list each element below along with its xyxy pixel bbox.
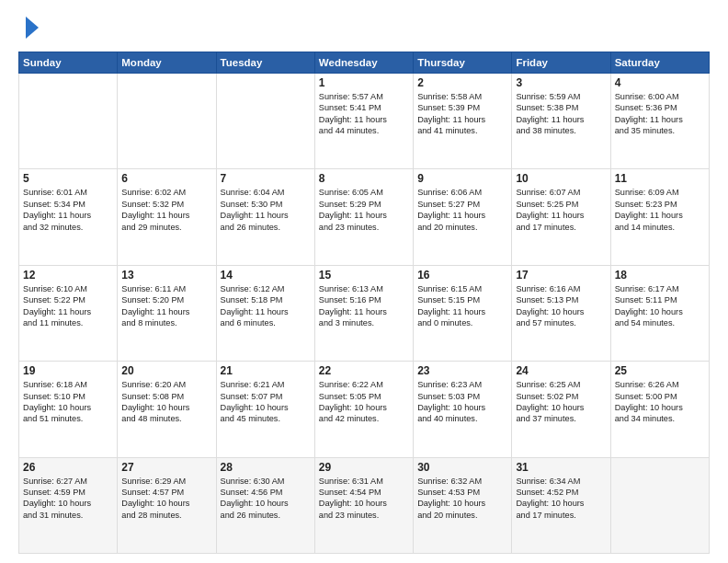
day-info-line: Sunset: 5:15 PM	[417, 295, 480, 304]
day-info-line: Sunset: 4:56 PM	[221, 488, 283, 497]
day-info-line: Sunrise: 6:00 AM	[615, 92, 679, 101]
day-info-line: Sunrise: 5:59 AM	[516, 92, 580, 101]
calendar-cell: 24Sunrise: 6:25 AMSunset: 5:02 PMDayligh…	[512, 362, 610, 457]
day-info-line: and 34 minutes.	[615, 414, 675, 423]
day-number: 10	[516, 172, 606, 185]
day-info-line: and 11 minutes.	[23, 318, 83, 327]
day-info: Sunrise: 6:01 AMSunset: 5:34 PMDaylight:…	[23, 187, 113, 233]
page: SundayMondayTuesdayWednesdayThursdayFrid…	[0, 0, 728, 563]
day-info: Sunrise: 6:13 AMSunset: 5:16 PMDaylight:…	[319, 283, 409, 329]
day-info-line: and 40 minutes.	[417, 414, 477, 423]
day-info-line: Sunrise: 6:29 AM	[121, 477, 186, 486]
day-info-line: Sunrise: 6:16 AM	[516, 284, 580, 293]
day-info-line: Sunset: 5:38 PM	[516, 103, 578, 112]
day-info-line: Sunset: 5:41 PM	[319, 103, 381, 112]
logo	[18, 15, 42, 44]
day-info: Sunrise: 6:09 AMSunset: 5:23 PMDaylight:…	[615, 187, 705, 233]
day-info: Sunrise: 6:18 AMSunset: 5:10 PMDaylight:…	[23, 379, 113, 425]
day-info: Sunrise: 5:57 AMSunset: 5:41 PMDaylight:…	[319, 91, 409, 137]
calendar-cell: 15Sunrise: 6:13 AMSunset: 5:16 PMDayligh…	[314, 265, 413, 361]
calendar-cell: 22Sunrise: 6:22 AMSunset: 5:05 PMDayligh…	[314, 362, 413, 457]
day-info-line: Sunrise: 6:18 AM	[23, 380, 87, 389]
day-info-line: Daylight: 10 hours	[516, 403, 584, 412]
col-header-wednesday: Wednesday	[314, 52, 413, 74]
day-info-line: Sunrise: 6:06 AM	[417, 188, 482, 197]
day-number: 24	[516, 364, 606, 377]
day-info-line: Daylight: 10 hours	[516, 499, 584, 508]
day-info-line: Sunset: 5:16 PM	[319, 295, 381, 304]
day-number: 25	[615, 364, 705, 377]
day-info-line: Daylight: 10 hours	[121, 499, 189, 508]
day-info-line: Daylight: 11 hours	[319, 115, 387, 124]
col-header-thursday: Thursday	[414, 52, 512, 74]
day-info-line: Sunset: 4:52 PM	[516, 488, 578, 497]
day-number: 13	[121, 269, 211, 282]
day-info: Sunrise: 6:29 AMSunset: 4:57 PMDaylight:…	[121, 476, 211, 522]
day-info-line: Daylight: 11 hours	[615, 115, 683, 124]
day-info-line: and 17 minutes.	[516, 511, 575, 520]
day-info-line: Sunrise: 6:09 AM	[615, 188, 679, 197]
calendar-week-1: 1Sunrise: 5:57 AMSunset: 5:41 PMDaylight…	[19, 74, 710, 169]
day-info-line: Daylight: 10 hours	[615, 403, 683, 412]
day-info-line: Sunrise: 6:12 AM	[221, 284, 285, 293]
day-info-line: and 0 minutes.	[417, 318, 472, 327]
day-number: 20	[121, 364, 211, 377]
day-info: Sunrise: 6:34 AMSunset: 4:52 PMDaylight:…	[516, 476, 606, 522]
day-info-line: Daylight: 11 hours	[23, 211, 91, 220]
day-info-line: and 44 minutes.	[319, 126, 379, 135]
day-info-line: and 42 minutes.	[319, 414, 379, 423]
day-number: 30	[417, 461, 507, 474]
calendar-cell: 23Sunrise: 6:23 AMSunset: 5:03 PMDayligh…	[414, 362, 512, 457]
day-info-line: Daylight: 11 hours	[319, 211, 387, 220]
calendar-cell: 2Sunrise: 5:58 AMSunset: 5:39 PMDaylight…	[414, 74, 512, 169]
day-info-line: Sunset: 4:54 PM	[319, 488, 381, 497]
day-number: 31	[516, 461, 606, 474]
day-info: Sunrise: 6:22 AMSunset: 5:05 PMDaylight:…	[319, 379, 409, 425]
day-info-line: Sunset: 5:03 PM	[417, 392, 480, 401]
day-info-line: Sunrise: 6:10 AM	[23, 284, 87, 293]
day-info-line: Sunrise: 5:58 AM	[417, 92, 482, 101]
day-info: Sunrise: 6:04 AMSunset: 5:30 PMDaylight:…	[221, 187, 311, 233]
day-number: 18	[615, 269, 705, 282]
day-number: 14	[221, 269, 311, 282]
day-info-line: Sunrise: 6:20 AM	[121, 380, 186, 389]
calendar-cell: 4Sunrise: 6:00 AMSunset: 5:36 PMDaylight…	[610, 74, 709, 169]
calendar-week-5: 26Sunrise: 6:27 AMSunset: 4:59 PMDayligh…	[19, 457, 710, 553]
day-info-line: Daylight: 10 hours	[121, 403, 189, 412]
day-info-line: Sunset: 5:22 PM	[23, 295, 85, 304]
day-info-line: Daylight: 11 hours	[417, 211, 485, 220]
day-number: 7	[221, 172, 311, 185]
day-info-line: Daylight: 11 hours	[417, 115, 485, 124]
logo-icon	[22, 15, 42, 44]
day-info: Sunrise: 6:11 AMSunset: 5:20 PMDaylight:…	[121, 283, 211, 329]
calendar-cell: 10Sunrise: 6:07 AMSunset: 5:25 PMDayligh…	[512, 169, 610, 265]
day-info-line: Daylight: 10 hours	[23, 499, 91, 508]
calendar-cell: 8Sunrise: 6:05 AMSunset: 5:29 PMDaylight…	[314, 169, 413, 265]
day-info: Sunrise: 6:17 AMSunset: 5:11 PMDaylight:…	[615, 283, 705, 329]
day-info: Sunrise: 5:58 AMSunset: 5:39 PMDaylight:…	[417, 91, 507, 137]
day-info-line: Sunset: 5:27 PM	[417, 200, 480, 209]
day-number: 27	[121, 461, 211, 474]
day-info-line: Sunrise: 6:15 AM	[417, 284, 482, 293]
day-info: Sunrise: 6:32 AMSunset: 4:53 PMDaylight:…	[417, 476, 507, 522]
day-info: Sunrise: 6:21 AMSunset: 5:07 PMDaylight:…	[221, 379, 311, 425]
day-info-line: and 51 minutes.	[23, 414, 83, 423]
calendar-header-row: SundayMondayTuesdayWednesdayThursdayFrid…	[19, 52, 710, 74]
day-info-line: and 8 minutes.	[121, 318, 176, 327]
day-number: 9	[417, 172, 507, 185]
day-info-line: and 57 minutes.	[516, 318, 575, 327]
day-info-line: Sunset: 5:30 PM	[221, 200, 283, 209]
day-info-line: and 45 minutes.	[221, 414, 280, 423]
calendar-cell: 19Sunrise: 6:18 AMSunset: 5:10 PMDayligh…	[19, 362, 118, 457]
day-info: Sunrise: 6:07 AMSunset: 5:25 PMDaylight:…	[516, 187, 606, 233]
day-info-line: and 3 minutes.	[319, 318, 374, 327]
day-number: 28	[221, 461, 311, 474]
day-info: Sunrise: 6:15 AMSunset: 5:15 PMDaylight:…	[417, 283, 507, 329]
calendar-cell: 17Sunrise: 6:16 AMSunset: 5:13 PMDayligh…	[512, 265, 610, 361]
day-info-line: Sunset: 5:00 PM	[615, 392, 677, 401]
day-info-line: and 32 minutes.	[23, 223, 83, 232]
day-info-line: and 20 minutes.	[417, 511, 477, 520]
day-info-line: Daylight: 11 hours	[417, 307, 485, 316]
day-info-line: and 35 minutes.	[615, 126, 675, 135]
calendar-cell	[216, 74, 314, 169]
